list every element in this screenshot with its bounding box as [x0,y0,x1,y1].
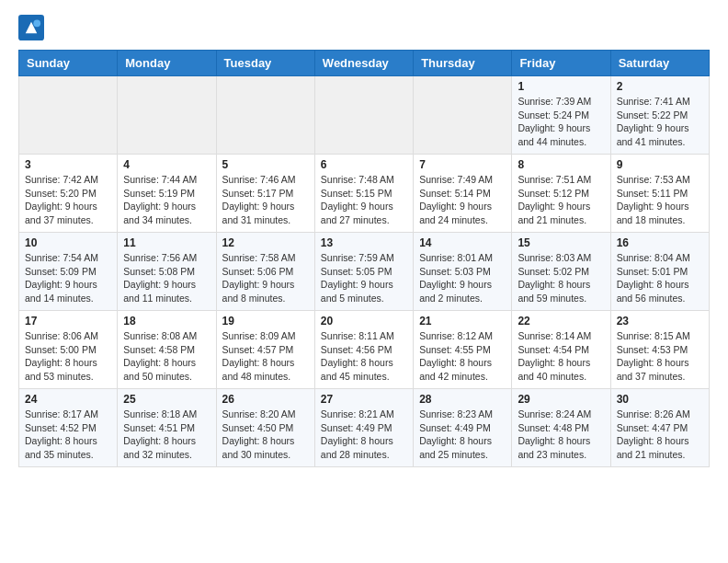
weekday-header-monday: Monday [118,51,216,76]
calendar: SundayMondayTuesdayWednesdayThursdayFrid… [18,50,710,467]
day-number: 11 [123,236,210,249]
weekday-header-row: SundayMondayTuesdayWednesdayThursdayFrid… [19,51,710,76]
day-info: Sunrise: 8:15 AMSunset: 4:53 PMDaylight:… [617,329,703,384]
calendar-cell: 10Sunrise: 7:54 AMSunset: 5:09 PMDayligh… [19,233,118,311]
calendar-cell: 18Sunrise: 8:08 AMSunset: 4:58 PMDayligh… [118,311,216,389]
day-number: 7 [419,158,506,171]
day-info: Sunrise: 8:01 AMSunset: 5:03 PMDaylight:… [419,251,506,305]
weekday-header-thursday: Thursday [414,51,512,76]
day-info: Sunrise: 8:04 AMSunset: 5:01 PMDaylight:… [617,251,703,305]
calendar-cell: 23Sunrise: 8:15 AMSunset: 4:53 PMDayligh… [610,311,709,389]
logo [18,15,48,40]
calendar-cell: 27Sunrise: 8:21 AMSunset: 4:49 PMDayligh… [314,389,413,467]
day-info: Sunrise: 8:14 AMSunset: 4:54 PMDaylight:… [518,329,604,384]
logo-icon [18,15,44,40]
calendar-cell: 22Sunrise: 8:14 AMSunset: 4:54 PMDayligh… [512,311,610,389]
day-number: 9 [617,158,703,171]
calendar-week-5: 24Sunrise: 8:17 AMSunset: 4:52 PMDayligh… [19,389,710,467]
day-info: Sunrise: 8:23 AMSunset: 4:49 PMDaylight:… [419,408,506,462]
weekday-header-tuesday: Tuesday [216,51,314,76]
day-number: 18 [123,315,210,327]
calendar-cell [216,76,314,155]
day-number: 30 [617,393,703,406]
calendar-cell: 16Sunrise: 8:04 AMSunset: 5:01 PMDayligh… [610,233,709,311]
day-info: Sunrise: 7:48 AMSunset: 5:15 PMDaylight:… [321,173,407,227]
weekday-header-saturday: Saturday [610,51,709,76]
day-number: 21 [419,315,506,327]
calendar-week-3: 10Sunrise: 7:54 AMSunset: 5:09 PMDayligh… [19,233,710,311]
calendar-cell: 28Sunrise: 8:23 AMSunset: 4:49 PMDayligh… [414,389,512,467]
calendar-cell: 3Sunrise: 7:42 AMSunset: 5:20 PMDaylight… [19,155,118,233]
calendar-cell: 15Sunrise: 8:03 AMSunset: 5:02 PMDayligh… [512,233,610,311]
calendar-cell: 19Sunrise: 8:09 AMSunset: 4:57 PMDayligh… [216,311,314,389]
day-info: Sunrise: 8:17 AMSunset: 4:52 PMDaylight:… [25,408,111,462]
calendar-cell: 17Sunrise: 8:06 AMSunset: 5:00 PMDayligh… [19,311,118,389]
calendar-cell: 7Sunrise: 7:49 AMSunset: 5:14 PMDaylight… [414,155,512,233]
weekday-header-friday: Friday [512,51,610,76]
day-info: Sunrise: 7:58 AMSunset: 5:06 PMDaylight:… [222,251,309,305]
calendar-cell: 14Sunrise: 8:01 AMSunset: 5:03 PMDayligh… [414,233,512,311]
day-number: 17 [25,315,111,327]
day-info: Sunrise: 7:56 AMSunset: 5:08 PMDaylight:… [123,251,210,305]
calendar-cell: 25Sunrise: 8:18 AMSunset: 4:51 PMDayligh… [118,389,216,467]
day-info: Sunrise: 8:21 AMSunset: 4:49 PMDaylight:… [321,408,407,462]
day-number: 6 [321,158,407,171]
day-info: Sunrise: 8:11 AMSunset: 4:56 PMDaylight:… [321,329,407,384]
day-info: Sunrise: 7:49 AMSunset: 5:14 PMDaylight:… [419,173,506,227]
page-header [18,15,710,40]
day-number: 22 [518,315,604,327]
calendar-week-4: 17Sunrise: 8:06 AMSunset: 5:00 PMDayligh… [19,311,710,389]
calendar-cell: 30Sunrise: 8:26 AMSunset: 4:47 PMDayligh… [610,389,709,467]
calendar-cell: 1Sunrise: 7:39 AMSunset: 5:24 PMDaylight… [512,76,610,155]
day-number: 27 [321,393,407,406]
day-info: Sunrise: 8:08 AMSunset: 4:58 PMDaylight:… [123,329,210,384]
day-number: 25 [123,393,210,406]
day-info: Sunrise: 7:39 AMSunset: 5:24 PMDaylight:… [518,95,604,149]
calendar-cell: 2Sunrise: 7:41 AMSunset: 5:22 PMDaylight… [610,76,709,155]
calendar-cell: 5Sunrise: 7:46 AMSunset: 5:17 PMDaylight… [216,155,314,233]
calendar-cell: 29Sunrise: 8:24 AMSunset: 4:48 PMDayligh… [512,389,610,467]
day-info: Sunrise: 7:44 AMSunset: 5:19 PMDaylight:… [123,173,210,227]
day-number: 13 [321,236,407,249]
calendar-cell: 13Sunrise: 7:59 AMSunset: 5:05 PMDayligh… [314,233,413,311]
calendar-cell [19,76,118,155]
day-number: 29 [518,393,604,406]
calendar-cell: 4Sunrise: 7:44 AMSunset: 5:19 PMDaylight… [118,155,216,233]
calendar-cell: 6Sunrise: 7:48 AMSunset: 5:15 PMDaylight… [314,155,413,233]
day-info: Sunrise: 8:06 AMSunset: 5:00 PMDaylight:… [25,329,111,384]
calendar-cell [118,76,216,155]
day-info: Sunrise: 8:20 AMSunset: 4:50 PMDaylight:… [222,408,309,462]
day-number: 10 [25,236,111,249]
day-info: Sunrise: 8:26 AMSunset: 4:47 PMDaylight:… [617,408,703,462]
day-info: Sunrise: 8:12 AMSunset: 4:55 PMDaylight:… [419,329,506,384]
day-number: 20 [321,315,407,327]
day-info: Sunrise: 8:24 AMSunset: 4:48 PMDaylight:… [518,408,604,462]
day-number: 14 [419,236,506,249]
calendar-week-1: 1Sunrise: 7:39 AMSunset: 5:24 PMDaylight… [19,76,710,155]
calendar-week-2: 3Sunrise: 7:42 AMSunset: 5:20 PMDaylight… [19,155,710,233]
day-number: 23 [617,315,703,327]
day-number: 16 [617,236,703,249]
day-number: 28 [419,393,506,406]
day-number: 2 [617,80,703,93]
day-number: 1 [518,80,604,93]
day-number: 19 [222,315,309,327]
day-number: 3 [25,158,111,171]
day-number: 5 [222,158,309,171]
weekday-header-sunday: Sunday [19,51,118,76]
day-info: Sunrise: 7:53 AMSunset: 5:11 PMDaylight:… [617,173,703,227]
calendar-cell: 21Sunrise: 8:12 AMSunset: 4:55 PMDayligh… [414,311,512,389]
day-info: Sunrise: 7:51 AMSunset: 5:12 PMDaylight:… [518,173,604,227]
day-info: Sunrise: 7:41 AMSunset: 5:22 PMDaylight:… [617,95,703,149]
calendar-cell: 12Sunrise: 7:58 AMSunset: 5:06 PMDayligh… [216,233,314,311]
calendar-cell: 9Sunrise: 7:53 AMSunset: 5:11 PMDaylight… [610,155,709,233]
day-number: 4 [123,158,210,171]
day-info: Sunrise: 7:42 AMSunset: 5:20 PMDaylight:… [25,173,111,227]
day-number: 8 [518,158,604,171]
calendar-cell [314,76,413,155]
calendar-cell: 20Sunrise: 8:11 AMSunset: 4:56 PMDayligh… [314,311,413,389]
day-info: Sunrise: 8:03 AMSunset: 5:02 PMDaylight:… [518,251,604,305]
day-number: 24 [25,393,111,406]
calendar-cell: 11Sunrise: 7:56 AMSunset: 5:08 PMDayligh… [118,233,216,311]
svg-point-2 [33,19,40,27]
